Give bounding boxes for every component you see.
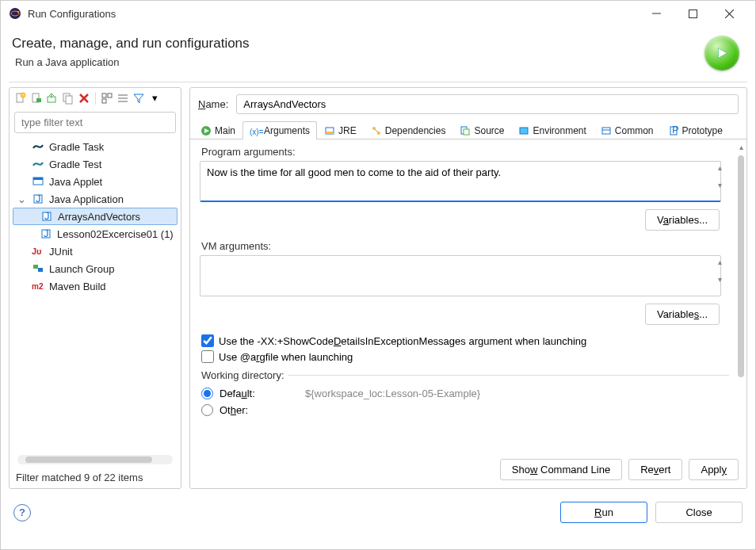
export-icon[interactable] bbox=[46, 92, 59, 105]
other-radio-label: Other: bbox=[220, 404, 299, 416]
launch-group-icon bbox=[32, 262, 44, 275]
new-proto-icon[interactable] bbox=[30, 92, 43, 105]
main-tab-icon bbox=[200, 125, 212, 136]
default-workdir-value: ${workspace_loc:Lesson-05-Example} bbox=[305, 388, 480, 399]
workdir-label: Working directory: bbox=[198, 369, 288, 381]
sidebar-hscroll[interactable] bbox=[17, 455, 173, 464]
duplicate-icon[interactable] bbox=[62, 92, 74, 105]
scroll-up-icon[interactable]: ▴ bbox=[713, 162, 726, 172]
svg-rect-17 bbox=[102, 94, 106, 97]
svg-rect-41 bbox=[464, 129, 469, 135]
config-tree[interactable]: Gradle Task Gradle Test Java Applet ⌄ J … bbox=[10, 136, 181, 453]
content-vscroll[interactable]: ▴ bbox=[735, 139, 746, 450]
java-app-icon: J bbox=[40, 227, 52, 240]
svg-rect-4 bbox=[689, 10, 697, 17]
svg-point-2 bbox=[17, 11, 19, 13]
common-tab-icon bbox=[601, 125, 612, 136]
tree-item-lesson02[interactable]: J Lesson02Excercise01 (1) bbox=[10, 225, 181, 243]
tab-source[interactable]: Source bbox=[452, 121, 511, 139]
collapse-icon[interactable] bbox=[116, 92, 129, 105]
tree-item-gradle-task[interactable]: Gradle Task bbox=[10, 138, 181, 155]
filter-input[interactable] bbox=[14, 112, 176, 133]
tab-prototype[interactable]: PPrototype bbox=[661, 121, 730, 139]
apply-button[interactable]: Apply bbox=[689, 459, 739, 480]
tree-item-gradle-test[interactable]: Gradle Test bbox=[10, 155, 181, 173]
maximize-button[interactable] bbox=[674, 2, 711, 25]
tab-environment[interactable]: Environment bbox=[511, 121, 593, 139]
filter-icon[interactable] bbox=[132, 92, 145, 105]
default-radio-label: Default: bbox=[220, 388, 299, 399]
tab-common[interactable]: Common bbox=[594, 121, 661, 139]
delete-icon[interactable] bbox=[78, 92, 90, 105]
tab-arguments[interactable]: (x)=Arguments bbox=[242, 121, 317, 139]
dropdown-arrow-icon[interactable]: ▾ bbox=[148, 92, 161, 105]
junit-icon: Jυ bbox=[32, 245, 44, 258]
svg-text:J: J bbox=[44, 210, 50, 222]
gradle-icon bbox=[32, 158, 44, 170]
revert-button[interactable]: Revert bbox=[628, 459, 682, 480]
dialog-header: Create, manage, and run configurations R… bbox=[1, 26, 755, 82]
help-icon[interactable]: ? bbox=[13, 504, 31, 521]
svg-rect-19 bbox=[102, 99, 106, 103]
vm-variables-button[interactable]: Variables... bbox=[645, 304, 720, 325]
scroll-down-icon[interactable]: ▾ bbox=[713, 274, 726, 284]
java-app-icon: J bbox=[32, 193, 44, 205]
new-config-icon[interactable] bbox=[14, 92, 27, 105]
arguments-tab-icon: (x)= bbox=[250, 125, 261, 136]
close-button[interactable] bbox=[711, 2, 747, 25]
svg-marker-7 bbox=[719, 48, 727, 59]
minimize-button[interactable] bbox=[638, 2, 674, 25]
sidebar-toolbar: ▾ bbox=[10, 88, 181, 109]
svg-point-9 bbox=[21, 93, 25, 97]
titlebar: Run Configurations bbox=[1, 1, 755, 26]
close-dialog-button[interactable]: Close bbox=[655, 502, 743, 523]
tab-dependencies[interactable]: Dependencies bbox=[364, 121, 453, 139]
svg-rect-24 bbox=[33, 178, 43, 180]
expand-icon[interactable] bbox=[101, 92, 113, 105]
svg-rect-42 bbox=[520, 128, 528, 134]
maven-icon: m2 bbox=[32, 280, 44, 292]
tree-item-java-application[interactable]: ⌄ J Java Application bbox=[10, 190, 181, 208]
show-command-line-button[interactable]: Show Command Line bbox=[500, 459, 622, 480]
svg-text:P: P bbox=[672, 125, 679, 136]
run-play-icon bbox=[704, 36, 739, 71]
environment-tab-icon bbox=[518, 125, 529, 136]
prototype-tab-icon: P bbox=[668, 125, 679, 136]
argfile-checkbox[interactable] bbox=[201, 350, 214, 363]
scroll-up-icon[interactable]: ▴ bbox=[713, 257, 726, 266]
tree-item-java-applet[interactable]: Java Applet bbox=[10, 173, 181, 190]
expand-toggle[interactable]: ⌄ bbox=[16, 193, 27, 205]
config-sidebar: ▾ Gradle Task Gradle Test Java Applet ⌄ … bbox=[9, 87, 181, 489]
vm-args-input[interactable] bbox=[200, 255, 721, 296]
program-variables-button[interactable]: Variables... bbox=[645, 209, 720, 231]
program-args-input[interactable] bbox=[200, 161, 721, 202]
tree-item-junit[interactable]: Jυ JUnit bbox=[10, 243, 181, 260]
run-button[interactable]: Run bbox=[560, 502, 647, 523]
tab-main[interactable]: Main bbox=[193, 121, 242, 139]
name-label: Name: bbox=[198, 98, 228, 110]
filter-status: Filter matched 9 of 22 items bbox=[10, 466, 181, 488]
tree-item-arraysandvectors[interactable]: J ArraysAndVectors bbox=[13, 208, 178, 225]
show-code-details-label: Use the -XX:+ShowCodeDetailsInExceptionM… bbox=[219, 335, 586, 347]
eclipse-icon bbox=[9, 7, 21, 20]
header-title: Create, manage, and run configurations bbox=[12, 36, 704, 52]
config-content: Name: Main (x)=Arguments JRE Dependencie… bbox=[189, 87, 747, 489]
tree-item-launch-group[interactable]: Launch Group bbox=[10, 260, 181, 277]
argfile-label: Use @argfile when launching bbox=[219, 351, 353, 363]
svg-rect-36 bbox=[326, 132, 334, 134]
source-tab-icon bbox=[460, 125, 471, 136]
scroll-down-icon[interactable]: ▾ bbox=[713, 180, 726, 189]
svg-rect-43 bbox=[602, 128, 610, 134]
tree-item-maven[interactable]: m2 Maven Build bbox=[10, 277, 181, 295]
other-workdir-radio[interactable] bbox=[201, 404, 213, 416]
default-workdir-radio[interactable] bbox=[201, 388, 213, 399]
tab-jre[interactable]: JRE bbox=[317, 121, 364, 139]
jre-tab-icon bbox=[324, 125, 335, 136]
svg-rect-18 bbox=[108, 94, 112, 97]
svg-rect-11 bbox=[36, 98, 41, 102]
show-code-details-checkbox[interactable] bbox=[201, 334, 214, 347]
name-input[interactable] bbox=[236, 94, 739, 114]
svg-rect-31 bbox=[33, 265, 38, 269]
applet-icon bbox=[32, 175, 44, 188]
svg-rect-14 bbox=[66, 96, 72, 104]
